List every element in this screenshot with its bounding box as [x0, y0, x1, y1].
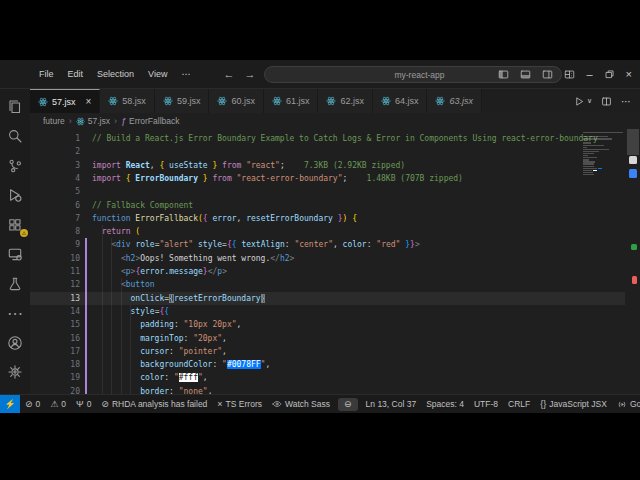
- minimap-bar: [583, 168, 597, 169]
- menu-view[interactable]: View: [141, 61, 174, 88]
- status-zoom-indicator[interactable]: ⊖: [338, 398, 358, 411]
- menu-edit[interactable]: Edit: [61, 61, 91, 88]
- forward-icon[interactable]: →: [244, 69, 255, 80]
- tab-59.jsx[interactable]: 59.jsx: [155, 89, 210, 113]
- back-icon[interactable]: ←: [223, 69, 234, 80]
- status-language-mode[interactable]: {}JavaScript JSX: [535, 395, 612, 413]
- tab-60.jsx[interactable]: 60.jsx: [209, 89, 264, 113]
- minimap-row: [583, 174, 625, 175]
- menu-file[interactable]: File: [32, 61, 61, 88]
- status-remote-indicator[interactable]: ⚡: [0, 395, 20, 413]
- status-indentation[interactable]: Spaces: 4: [421, 395, 469, 413]
- minimap-row: [583, 157, 625, 158]
- sidebar-item-extensions[interactable]: ⚠: [4, 214, 26, 236]
- code-line[interactable]: 19 color: "#fff",: [30, 371, 625, 384]
- breadcrumb-item-ErrorFallback[interactable]: ƒErrorFallback: [121, 116, 180, 126]
- breadcrumb-item-57.jsx[interactable]: 57.jsx: [76, 116, 110, 126]
- sidebar-item-run-debug[interactable]: [4, 185, 26, 207]
- menu-more[interactable]: ⋯: [174, 61, 197, 88]
- close-icon[interactable]: ×: [626, 69, 632, 80]
- title-bar: FileEditSelectionView⋯ ←→ my-react-app –…: [0, 60, 640, 89]
- menu-selection[interactable]: Selection: [90, 61, 141, 88]
- status-eol[interactable]: CRLF: [503, 395, 535, 413]
- tab-61.jsx[interactable]: 61.jsx: [264, 89, 319, 113]
- minimap-row: [583, 151, 625, 152]
- line-text: onClick={resetErrorBoundary}: [92, 292, 265, 305]
- minimap-bar: [583, 161, 595, 162]
- line-number: 1: [30, 132, 80, 145]
- restore-icon[interactable]: [604, 69, 615, 80]
- more-actions-button[interactable]: ⋯: [621, 96, 631, 107]
- line-number: 6: [30, 199, 80, 212]
- code-line[interactable]: 15 padding: "10px 20px",: [30, 318, 625, 331]
- code-line[interactable]: 2: [30, 145, 625, 158]
- code-line[interactable]: 14 style={{: [30, 305, 625, 318]
- sidebar-item-source-control[interactable]: [4, 155, 26, 177]
- code-line[interactable]: 13 onClick={resetErrorBoundary}: [30, 292, 625, 305]
- code-line[interactable]: 4import { ErrorBoundary } from "react-er…: [30, 172, 625, 185]
- code-line[interactable]: 7function ErrorFallback({ error, resetEr…: [30, 212, 625, 225]
- code-line[interactable]: 20 border: "none",: [30, 385, 625, 394]
- sidebar-item-remote-explorer[interactable]: [4, 244, 26, 266]
- code-line[interactable]: 12 <button: [30, 278, 625, 291]
- status-fork-count[interactable]: Ψ0: [71, 395, 96, 413]
- code-line[interactable]: 9 <div role="alert" style={{ textAlign: …: [30, 238, 625, 251]
- line-text: return (: [92, 225, 140, 238]
- split-editor-button[interactable]: [601, 96, 612, 107]
- panel-bottom-icon[interactable]: [520, 69, 531, 80]
- tab-57.jsx[interactable]: 57.jsx×: [30, 89, 100, 113]
- code-line[interactable]: 10 <h2>Oops! Something went wrong.</h2>: [30, 252, 625, 265]
- scm-icon: [7, 158, 23, 174]
- tab-close-icon[interactable]: ×: [86, 96, 92, 107]
- status-ts-errors[interactable]: ×TS Errors: [212, 395, 267, 413]
- tab-62.jsx[interactable]: 62.jsx: [318, 89, 373, 113]
- line-number: 20: [30, 385, 80, 394]
- braces-icon: {}: [540, 395, 546, 413]
- code-line[interactable]: 3import React, { useState } from "react"…: [30, 159, 625, 172]
- tab-64.jsx[interactable]: 64.jsx: [373, 89, 428, 113]
- status-cursor-position[interactable]: Ln 13, Col 37: [361, 395, 422, 413]
- code-line[interactable]: 17 cursor: "pointer",: [30, 345, 625, 358]
- code-line[interactable]: 18 backgroundColor: "#0078FF",: [30, 358, 625, 371]
- account-icon: [7, 335, 23, 351]
- sidebar-item-search[interactable]: [4, 126, 26, 148]
- breadcrumb-item-future[interactable]: future: [43, 116, 65, 126]
- line-text: backgroundColor: "#0078FF",: [92, 358, 270, 371]
- code-line[interactable]: 1// Build a React.js Error Boundary Exam…: [30, 132, 625, 145]
- code-editor[interactable]: 1// Build a React.js Error Boundary Exam…: [30, 129, 640, 394]
- tab-58.jsx[interactable]: 58.jsx: [100, 89, 155, 113]
- line-text: marginTop: "20px",: [92, 332, 227, 345]
- code-line[interactable]: 5: [30, 185, 625, 198]
- line-number: 10: [30, 252, 80, 265]
- run-button[interactable]: ∨: [574, 96, 592, 107]
- sidebar-item-settings[interactable]: [4, 362, 26, 384]
- sidebar-item-testing[interactable]: [4, 273, 26, 295]
- split-icon: [601, 96, 612, 107]
- minimize-icon[interactable]: –: [586, 69, 592, 80]
- line-text: <button: [92, 278, 155, 291]
- layout-custom-icon[interactable]: [564, 69, 575, 80]
- scrollbar-thumb[interactable]: [627, 129, 639, 155]
- status-rhda-status[interactable]: ⊘RHDA analysis has failed: [96, 395, 212, 413]
- panel-left-icon[interactable]: [498, 69, 509, 80]
- sidebar-item-more-views[interactable]: ⋯: [4, 303, 26, 325]
- sidebar-item-explorer[interactable]: [4, 96, 26, 118]
- status-watch-sass[interactable]: Watch Sass: [267, 395, 335, 413]
- minimap-row: [583, 136, 625, 137]
- chevron-down-icon[interactable]: ∨: [587, 97, 592, 105]
- gear-icon: [7, 364, 23, 380]
- status-problems-warnings[interactable]: ⚠0: [45, 395, 71, 413]
- minimap-row: [583, 161, 625, 162]
- tab-63.jsx[interactable]: 63.jsx: [427, 89, 482, 113]
- code-line[interactable]: 8 return (: [30, 225, 625, 238]
- status-go-live[interactable]: Go Live: [612, 395, 640, 413]
- minimap-row: [583, 149, 625, 150]
- minimap[interactable]: [583, 132, 625, 176]
- sidebar-item-accounts[interactable]: [4, 332, 26, 354]
- code-line[interactable]: 6// Fallback Component: [30, 199, 625, 212]
- status-encoding[interactable]: UTF-8: [469, 395, 503, 413]
- code-line[interactable]: 16 marginTop: "20px",: [30, 332, 625, 345]
- status-problems-errors[interactable]: ⊘0: [20, 395, 45, 413]
- code-line[interactable]: 11 <p>{error.message}</p>: [30, 265, 625, 278]
- panel-right-icon[interactable]: [542, 69, 553, 80]
